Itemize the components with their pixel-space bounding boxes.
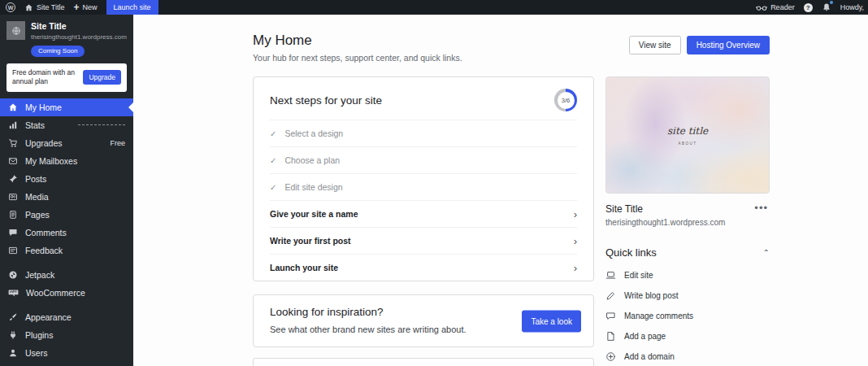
sidebar-item-comments[interactable]: Comments: [0, 224, 133, 242]
task-write-your-first-post[interactable]: Write your first post ›: [270, 227, 577, 254]
page-title: My Home: [253, 33, 462, 49]
ellipsis-menu-icon[interactable]: •••: [753, 203, 770, 213]
sidebar-item-label: My Home: [25, 102, 62, 112]
next-steps-card: Next steps for your site 3/6 ✓ Select a …: [253, 76, 594, 281]
sidebar-item-plugins[interactable]: Plugins: [0, 326, 133, 344]
sidebar-item-label: Users: [25, 348, 47, 358]
preview-nav-label: ABOUT: [678, 142, 697, 146]
sidebar-item-my-mailboxes[interactable]: My Mailboxes: [0, 152, 133, 170]
sidebar-item-label: Media: [25, 192, 49, 202]
preview-site-title: site title: [667, 125, 708, 137]
sidebar-item-upgrades[interactable]: Upgrades Free: [0, 134, 133, 152]
home-icon: [24, 3, 33, 12]
quick-link-add-a-domain[interactable]: Add a domain: [605, 346, 770, 366]
sidebar-item-label: WooCommerce: [26, 288, 85, 298]
sidebar-item-label: Posts: [25, 174, 46, 184]
sidebar-item-stats[interactable]: Stats: [0, 116, 133, 134]
sidebar-item-users[interactable]: Users: [0, 344, 133, 362]
quick-link-edit-site[interactable]: Edit site: [605, 265, 770, 285]
task-choose-a-plan[interactable]: ✓ Choose a plan: [270, 146, 577, 173]
chevron-right-icon: ›: [574, 235, 577, 247]
launch-site-button[interactable]: Launch site: [106, 0, 158, 15]
sidebar-item-appearance[interactable]: Appearance: [0, 308, 133, 326]
quick-link-add-a-page[interactable]: Add a page: [605, 326, 770, 346]
reader-link[interactable]: Reader: [756, 0, 795, 15]
progress-label: 3/6: [558, 92, 575, 109]
quick-link-label: Manage comments: [624, 312, 693, 320]
help-button[interactable]: ?: [804, 3, 813, 12]
task-label: Give your site a name: [270, 209, 358, 219]
inspiration-card: Looking for inspiration? See what other …: [253, 294, 594, 347]
task-label: Select a design: [284, 129, 343, 138]
task-label: Launch your site: [270, 263, 338, 272]
comment-icon: [605, 311, 616, 321]
sidebar-site-domain: therisingthought1.wordpress.com: [31, 33, 127, 41]
task-edit-site-design[interactable]: ✓ Edit site design: [270, 173, 577, 200]
check-icon: ✓: [270, 129, 276, 138]
launch-site-label: Launch site: [114, 3, 151, 11]
sidebar-item-my-home[interactable]: My Home: [0, 98, 133, 116]
howdy-label: Howdy,: [840, 3, 864, 11]
chevron-right-icon: ›: [574, 262, 577, 274]
coming-soon-badge: Coming Soon: [31, 46, 85, 57]
site-aside: site title ABOUT Site Title therisingtho…: [605, 76, 770, 366]
task-launch-your-site[interactable]: Launch your site ›: [270, 254, 577, 281]
quick-link-write-blog-post[interactable]: Write blog post: [605, 285, 770, 306]
quick-link-label: Edit site: [624, 271, 653, 280]
adminbar-site-title: Site Title: [37, 3, 65, 11]
wordpress-logo-menu[interactable]: W: [6, 0, 15, 15]
upgrade-button[interactable]: Upgrade: [83, 70, 121, 85]
sidebar-site-title: Site Title: [31, 21, 127, 33]
chevron-right-icon: ›: [574, 208, 577, 220]
reader-glasses-icon: [756, 3, 767, 12]
question-mark-icon: ?: [806, 4, 810, 11]
site-icon-avatar: [7, 21, 25, 40]
task-give-your-site-a-name[interactable]: Give your site a name ›: [270, 200, 577, 227]
domain-upsell-banner: Free domain with an annual plan Upgrade: [7, 63, 127, 92]
sidebar-item-label: Appearance: [25, 312, 72, 322]
reader-label: Reader: [770, 3, 795, 11]
sidebar-item-feedback[interactable]: Feedback: [0, 242, 133, 259]
sidebar-item-media[interactable]: Media: [0, 188, 133, 206]
admin-bar: W Site Title + New Launch site Reader ?: [0, 0, 868, 15]
next-steps-title: Next steps for your site: [270, 94, 382, 107]
task-label: Choose a plan: [284, 155, 340, 165]
take-a-look-button[interactable]: Take a look: [522, 310, 581, 332]
sidebar-item-label: Upgrades: [25, 138, 63, 148]
page-subtitle: Your hub for next steps, support center,…: [253, 53, 462, 63]
quick-link-manage-comments[interactable]: Manage comments: [605, 306, 770, 326]
sidebar-site-card[interactable]: Site Title therisingthought1.wordpress.c…: [0, 15, 133, 57]
adminbar-new-menu[interactable]: + New: [74, 0, 98, 15]
sidebar-item-pages[interactable]: Pages: [0, 206, 133, 224]
page-icon: [605, 331, 616, 342]
quick-links-header[interactable]: Quick links ⌃: [605, 246, 770, 259]
pencil-icon: [605, 290, 616, 301]
sidebar-item-label: My Mailboxes: [25, 156, 77, 166]
sidebar-item-jetpack[interactable]: Jetpack: [0, 266, 133, 284]
sidebar-nav: My Home Stats Upgrades Free My Mailboxes…: [0, 98, 133, 362]
notification-dot: [830, 1, 833, 4]
howdy-menu[interactable]: Howdy,: [840, 0, 864, 15]
view-site-button[interactable]: View site: [629, 36, 681, 54]
sidebar-item-label: Plugins: [25, 330, 53, 340]
site-preview-thumbnail[interactable]: site title ABOUT: [605, 76, 770, 194]
task-label: Write your first post: [270, 236, 351, 246]
progress-ring: 3/6: [554, 89, 577, 111]
sidebar-item-posts[interactable]: Posts: [0, 170, 133, 188]
plus-circle-icon: [605, 351, 616, 362]
domain-upsell-text: Free domain with an annual plan: [12, 68, 78, 87]
upgrades-plan-badge: Free: [110, 139, 125, 147]
sidebar-item-label: Pages: [25, 210, 50, 220]
task-select-a-design[interactable]: ✓ Select a design: [270, 120, 577, 146]
sidebar-item-label: Feedback: [25, 246, 63, 255]
aside-site-title: Site Title: [605, 203, 725, 215]
hosting-overview-button[interactable]: Hosting Overview: [687, 36, 770, 54]
sidebar-item-label: Comments: [25, 228, 67, 237]
task-label: Edit site design: [284, 182, 342, 192]
adminbar-site-menu[interactable]: Site Title: [24, 0, 65, 15]
plus-icon: +: [74, 2, 80, 13]
quick-link-label: Add a page: [624, 332, 666, 341]
notifications-button[interactable]: [822, 2, 831, 12]
laptop-icon: [605, 270, 616, 281]
sidebar-item-woocommerce[interactable]: WooCommerce: [0, 284, 133, 302]
